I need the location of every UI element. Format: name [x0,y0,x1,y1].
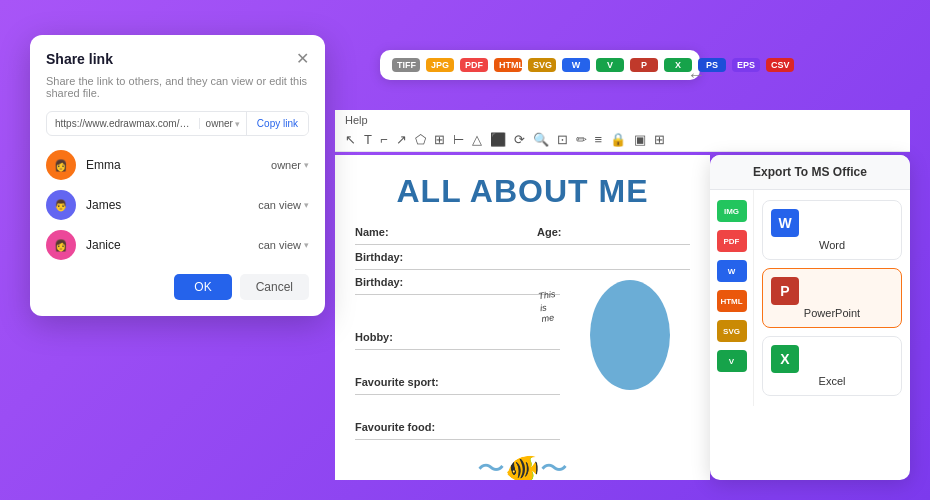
worksheet-row-food: Favourite food: [355,415,560,440]
table-icon[interactable]: ⊞ [434,132,445,147]
powerpoint-label: PowerPoint [771,307,893,319]
powerpoint-logo: P [771,277,799,305]
export-panel: Export To MS Office IMG PDF W HTML SVG V… [710,155,910,480]
format-toolbar: TIFF JPG PDF HTML SVG W V P X PS EPS CSV [380,50,700,80]
crop-icon[interactable]: ⊡ [557,132,568,147]
copy-link-button[interactable]: Copy link [246,112,308,135]
chevron-down-icon: ▾ [235,119,240,129]
dialog-title: Share link [46,51,113,67]
age-label: Age: [537,226,561,238]
format-tiff[interactable]: TIFF [392,58,420,72]
format-ppt[interactable]: P [630,58,658,72]
name-label: Name: [355,226,389,238]
arrow-indicator: ← [687,65,705,86]
worksheet-row-sport: Favourite sport: [355,370,560,395]
corner-icon[interactable]: ⌐ [380,132,388,147]
export-mini-img[interactable]: IMG [717,200,747,222]
export-option-word[interactable]: W Word [762,200,902,260]
dialog-subtitle: Share the link to others, and they can v… [46,75,309,99]
dialog-header: Share link ✕ [46,51,309,67]
chevron-down-icon: ▾ [304,160,309,170]
export-panel-body: IMG PDF W HTML SVG V W Word P PowerPoint [710,190,910,406]
birthday-label: Birthday: [355,251,403,263]
zoom-icon[interactable]: 🔍 [533,132,549,147]
format-csv[interactable]: CSV [766,58,794,72]
chevron-down-icon: ▾ [304,200,309,210]
close-icon[interactable]: ✕ [296,51,309,67]
excel-label: Excel [771,375,893,387]
cursor-icon[interactable]: ↖ [345,132,356,147]
format-svg[interactable]: SVG [528,58,556,72]
avatar-james: 👨 [46,190,76,220]
owner-label: owner [206,118,233,129]
export-mini-word[interactable]: W [717,260,747,282]
share-dialog: Share link ✕ Share the link to others, a… [30,35,325,316]
lock-icon[interactable]: 🔒 [610,132,626,147]
canvas-title: ALL ABOUT ME [335,155,710,220]
decoration-wave: 〜🐠〜 [355,450,690,480]
word-logo: W [771,209,799,237]
format-word[interactable]: W [562,58,590,72]
export-option-excel[interactable]: X Excel [762,336,902,396]
user-role-james[interactable]: can view ▾ [258,199,309,211]
worksheet-row-birthday2: Birthday: [355,270,560,295]
help-label: Help [345,114,368,126]
export-mini-visio[interactable]: V [717,350,747,372]
export-option-powerpoint[interactable]: P PowerPoint [762,268,902,328]
text-icon[interactable]: T [364,132,372,147]
export-mini-pdf[interactable]: PDF [717,230,747,252]
cancel-button[interactable]: Cancel [240,274,309,300]
chevron-down-icon: ▾ [304,240,309,250]
word-icon: W [771,209,893,237]
user-row-emma: 👩 Emma owner ▾ [46,150,309,180]
fill-icon[interactable]: ⬛ [490,132,506,147]
pen-icon[interactable]: ✏ [576,132,587,147]
frame-icon[interactable]: ▣ [634,132,646,147]
format-eps[interactable]: EPS [732,58,760,72]
excel-icon: X [771,345,893,373]
avatar-emma: 👩 [46,150,76,180]
canvas-content: ALL ABOUT ME Name: Age: Birthday: Birthd… [335,155,710,480]
tool-bar: ↖ T ⌐ ↗ ⬠ ⊞ ⊢ △ ⬛ ⟳ 🔍 ⊡ ✏ ≡ 🔒 ▣ ⊞ [335,128,910,152]
user-name-emma: Emma [86,158,271,172]
user-row-janice: 👩 Janice can view ▾ [46,230,309,260]
export-mini-html[interactable]: HTML [717,290,747,312]
excel-logo: X [771,345,799,373]
avatar-janice: 👩 [46,230,76,260]
grid-icon[interactable]: ≡ [595,132,603,147]
powerpoint-icon: P [771,277,893,305]
qr-icon[interactable]: ⊞ [654,132,665,147]
line-icon[interactable]: ⊢ [453,132,464,147]
connector-icon[interactable]: ⟳ [514,132,525,147]
format-jpg[interactable]: JPG [426,58,454,72]
word-label: Word [771,239,893,251]
birthday2-label: Birthday: [355,276,403,288]
link-url: https://www.edrawmax.com/online/fil [47,112,199,135]
dialog-actions: OK Cancel [46,274,309,300]
triangle-icon[interactable]: △ [472,132,482,147]
worksheet-row-hobby: Hobby: [355,325,560,350]
format-html[interactable]: HTML [494,58,522,72]
user-role-emma[interactable]: owner ▾ [271,159,309,171]
food-label: Favourite food: [355,421,435,433]
sport-label: Favourite sport: [355,376,439,388]
export-left-icons: IMG PDF W HTML SVG V [710,190,754,406]
format-visio[interactable]: V [596,58,624,72]
link-owner-tag[interactable]: owner ▾ [199,118,246,129]
oval-avatar [590,280,670,390]
worksheet-row-name-age: Name: Age: [355,220,690,245]
shape-icon[interactable]: ⬠ [415,132,426,147]
user-name-janice: Janice [86,238,258,252]
user-row-james: 👨 James can view ▾ [46,190,309,220]
export-mini-svg[interactable]: SVG [717,320,747,342]
link-row: https://www.edrawmax.com/online/fil owne… [46,111,309,136]
ok-button[interactable]: OK [174,274,231,300]
arrow-icon[interactable]: ↗ [396,132,407,147]
export-panel-header: Export To MS Office [710,155,910,190]
export-right-grid: W Word P PowerPoint X Excel [754,190,910,406]
user-name-james: James [86,198,258,212]
user-role-janice[interactable]: can view ▾ [258,239,309,251]
worksheet-row-birthday1: Birthday: [355,245,690,270]
hobby-label: Hobby: [355,331,393,343]
format-pdf[interactable]: PDF [460,58,488,72]
